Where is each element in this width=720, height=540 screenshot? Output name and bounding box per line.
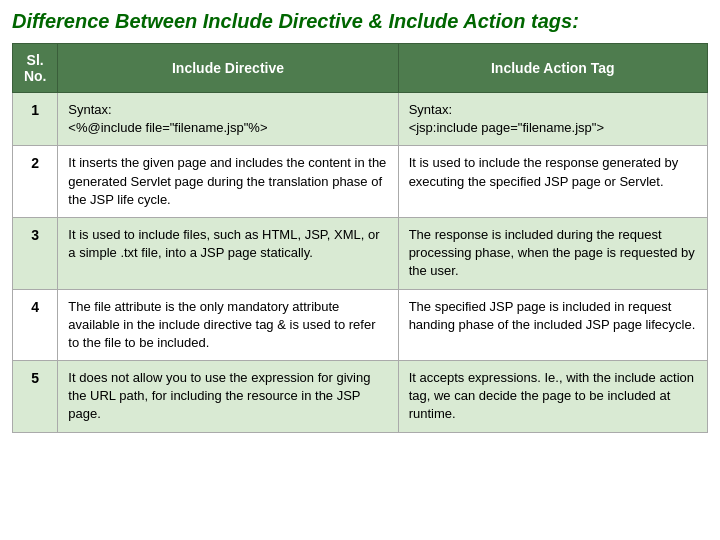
- table-row: 1Syntax: <%@include file="filename.jsp"%…: [13, 93, 708, 146]
- table-row: 3It is used to include files, such as HT…: [13, 217, 708, 289]
- cell-action: The response is included during the requ…: [398, 217, 707, 289]
- cell-directive: It is used to include files, such as HTM…: [58, 217, 398, 289]
- table-row: 4The file attribute is the only mandator…: [13, 289, 708, 361]
- comparison-table: Sl. No. Include Directive Include Action…: [12, 43, 708, 433]
- cell-directive: It inserts the given page and includes t…: [58, 146, 398, 218]
- cell-directive: It does not allow you to use the express…: [58, 361, 398, 433]
- header-directive: Include Directive: [58, 44, 398, 93]
- page-title: Difference Between Include Directive & I…: [12, 10, 708, 33]
- cell-sl: 2: [13, 146, 58, 218]
- header-action: Include Action Tag: [398, 44, 707, 93]
- cell-action: It accepts expressions. Ie., with the in…: [398, 361, 707, 433]
- header-sl: Sl. No.: [13, 44, 58, 93]
- table-row: 5It does not allow you to use the expres…: [13, 361, 708, 433]
- cell-action: The specified JSP page is included in re…: [398, 289, 707, 361]
- cell-action: Syntax: <jsp:include page="filename.jsp"…: [398, 93, 707, 146]
- cell-directive: Syntax: <%@include file="filename.jsp"%>: [58, 93, 398, 146]
- cell-sl: 1: [13, 93, 58, 146]
- cell-directive: The file attribute is the only mandatory…: [58, 289, 398, 361]
- cell-sl: 3: [13, 217, 58, 289]
- cell-sl: 5: [13, 361, 58, 433]
- cell-action: It is used to include the response gener…: [398, 146, 707, 218]
- table-row: 2It inserts the given page and includes …: [13, 146, 708, 218]
- cell-sl: 4: [13, 289, 58, 361]
